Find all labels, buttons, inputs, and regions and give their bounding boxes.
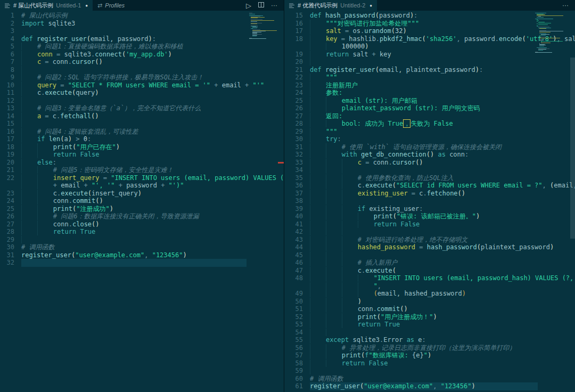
code-line: 37 existing_user = c.fetchone(): [289, 190, 575, 198]
line-number: 28: [289, 120, 303, 128]
line-number: 54: [289, 329, 303, 337]
line-number: 37: [289, 190, 303, 198]
code-line: 51 conn.commit(): [289, 305, 575, 313]
line-number: 3: [0, 27, 14, 35]
minimap-line: [541, 41, 563, 42]
line-number: 6: [0, 51, 14, 59]
minimap-line: [539, 46, 544, 46]
minimap-line: [251, 18, 258, 18]
code-line: 19 return salt + key: [289, 51, 575, 59]
line-number: 19: [289, 51, 303, 59]
line-number: 25: [0, 205, 14, 213]
line-number: 57: [289, 352, 303, 360]
vertical-scrollbar[interactable]: [570, 58, 575, 239]
line-number: 31: [0, 251, 14, 259]
line-number: 56: [289, 344, 303, 352]
more-actions-button[interactable]: ···: [562, 2, 569, 9]
code-line: 17 if len(a) > 0:: [0, 135, 284, 143]
line-number: 27: [289, 112, 303, 120]
line-number: 8: [0, 66, 14, 74]
code-line: 31 # 使用 `with` 语句自动管理资源，确保连接会被关闭: [289, 143, 575, 151]
line-number: 2: [0, 20, 14, 28]
code-line: 2import sqlite3: [0, 20, 284, 28]
line-number: 1: [0, 12, 14, 20]
code-line: 17 salt = os.urandom(32): [289, 27, 575, 35]
code-line: 19 return False: [0, 151, 284, 159]
tabbar-left: # 屎山代码示例 Untitled-1 ● ⇄ Profiles ▷ ···: [0, 0, 284, 11]
line-number: 13: [0, 104, 14, 112]
line-number: 44: [289, 243, 303, 251]
code-line: 33 c = conn.cursor(): [289, 159, 575, 167]
run-button[interactable]: ▷: [246, 2, 251, 9]
code-line: 28 return True: [0, 228, 284, 236]
tab-untitled-2[interactable]: # 优雅代码示例 Untitled-2 ●: [284, 0, 377, 11]
modified-indicator-icon[interactable]: ●: [85, 3, 88, 8]
more-actions-button[interactable]: ···: [271, 2, 277, 9]
line-number: 10: [0, 81, 14, 89]
code-line: 57 print(f"数据库错误: {e}"): [289, 352, 575, 360]
code-line: 29 """: [289, 128, 575, 136]
minimap[interactable]: [249, 12, 282, 76]
code-line: 29: [0, 236, 284, 244]
code-line: 15: [0, 120, 284, 128]
code-line: 26 # 问题6：数据库连接没有正确关闭，导致资源泄漏: [0, 213, 284, 220]
code-line: 20 else:: [0, 159, 284, 167]
code-line: 25 print("注册成功"): [0, 205, 284, 213]
code-line: 35 # 使用参数化查询，防止SQL注入: [289, 174, 575, 182]
line-number: 17: [289, 27, 303, 35]
line-number: [289, 282, 303, 290]
code-line: 60# 调用函数: [289, 375, 575, 383]
code-line: 20: [289, 58, 575, 66]
code-line: 18 print("用户已存在"): [0, 143, 284, 151]
line-number: 42: [289, 228, 303, 236]
line-number: 55: [289, 336, 303, 344]
line-number: 24: [289, 89, 303, 97]
line-number: 40: [289, 213, 303, 220]
tab-untitled-1[interactable]: # 屎山代码示例 Untitled-1 ●: [0, 0, 93, 11]
minimap-line: [541, 43, 551, 43]
profiles-icon: ⇄: [97, 2, 102, 9]
code-line: 22 insert_query = "INSERT INTO users (em…: [0, 174, 284, 182]
line-number: 27: [0, 220, 14, 228]
code-line: 43 # 对密码进行哈希处理，绝不存储明文: [289, 236, 575, 244]
modified-indicator-icon[interactable]: ●: [369, 3, 372, 8]
overview-ruler-error-mark: [278, 162, 284, 164]
code-line: 55 except sqlite3.Error as e:: [289, 336, 575, 344]
line-number: 50: [289, 298, 303, 306]
code-line: 21def register_user(email, plaintext_pas…: [289, 66, 575, 74]
line-number: 23: [0, 190, 14, 198]
code-line: 100000): [289, 43, 575, 51]
minimap-line: [251, 21, 257, 22]
code-editor-left[interactable]: 1# 屎山代码示例2import sqlite334def register_u…: [0, 11, 284, 392]
code-line: 53 return True: [289, 321, 575, 329]
code-line: 40 print("错误: 该邮箱已被注册。"): [289, 213, 575, 220]
minimap-line: [538, 24, 548, 25]
line-number: 20: [0, 159, 14, 167]
line-number: 41: [289, 220, 303, 228]
code-lines: 1# 屎山代码示例2import sqlite334def register_u…: [0, 12, 284, 267]
code-editor-right[interactable]: 15def hash_password(password):16 """对密码进…: [284, 11, 575, 392]
code-line: 23 注册新用户: [289, 81, 575, 89]
code-line: 12: [0, 97, 284, 105]
minimap-line: [535, 52, 552, 53]
code-line: 48 "INSERT INTO users (email, password_h…: [289, 274, 575, 282]
code-line: 9 # 问题2：SQL 语句字符串拼接，极易导致SQL注入攻击！: [0, 74, 284, 81]
code-line: 45: [289, 251, 575, 259]
minimap-line: [252, 36, 257, 36]
code-line: 36 c.execute("SELECT id FROM users WHERE…: [289, 182, 575, 190]
code-line: 44 hashed_password = hash_password(plain…: [289, 243, 575, 251]
code-line: 15def hash_password(password):: [289, 12, 575, 20]
line-number: 32: [0, 259, 14, 267]
tab-profiles[interactable]: ⇄ Profiles: [93, 0, 129, 11]
line-number: 4: [0, 35, 14, 43]
minimap-line: [249, 14, 255, 14]
editor-actions-left: ▷ ···: [246, 0, 284, 11]
split-editor-button[interactable]: [258, 2, 264, 9]
code-line: + email + "', '" + password + "')": [0, 182, 284, 190]
line-number: 38: [289, 197, 303, 205]
file-icon: [289, 3, 295, 9]
tab-detail: Untitled-1: [56, 2, 81, 9]
line-number: 21: [0, 166, 14, 174]
minimap[interactable]: [535, 12, 567, 76]
line-number: 53: [289, 321, 303, 329]
